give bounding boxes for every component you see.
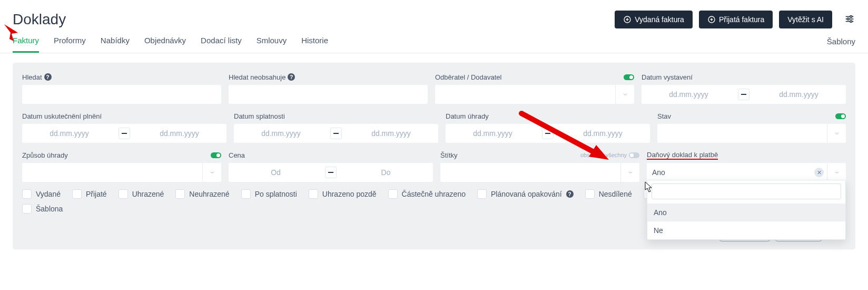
- check-label: Neuhrazené: [189, 190, 229, 198]
- svg-point-9: [847, 18, 849, 20]
- label-text: Daňový doklad k platbě: [647, 151, 718, 160]
- issue-date-range: [642, 85, 846, 104]
- help-icon[interactable]: ?: [44, 73, 52, 81]
- filter-row-2: Datum uskutečnění plnění Datum splatnost…: [22, 111, 846, 143]
- filter-hledat: Hledat?: [22, 72, 221, 104]
- label-text: Stav: [657, 112, 671, 120]
- search-input[interactable]: [22, 85, 221, 104]
- date-to-input[interactable]: [344, 124, 438, 143]
- chevron-down-icon: [615, 85, 634, 104]
- check-sablona[interactable]: Šablona: [22, 204, 63, 214]
- chevron-down-icon: [827, 163, 846, 182]
- button-label: Vydaná faktura: [635, 15, 684, 24]
- filter-datum-splatnosti: Datum splatnosti: [234, 111, 438, 143]
- dropdown-search-input[interactable]: [652, 183, 841, 199]
- filter-datum-uhrady: Datum úhrady: [446, 111, 650, 143]
- price-from-input[interactable]: [229, 163, 323, 182]
- check-castecne-uhrazeno[interactable]: Částečně uhrazeno: [388, 189, 466, 199]
- check-po-splatnosti[interactable]: Po splatnosti: [241, 189, 297, 199]
- label-text: Datum uskutečnění plnění: [22, 112, 102, 120]
- date-from-input[interactable]: [642, 85, 736, 104]
- label-text: Datum splatnosti: [234, 112, 285, 120]
- check-uhrazene[interactable]: Uhrazené: [119, 189, 164, 199]
- help-icon[interactable]: ?: [288, 73, 295, 81]
- check-planovana-opakovani[interactable]: Plánovaná opakování?: [477, 189, 574, 199]
- tax-document-select[interactable]: Ano ✕: [647, 163, 846, 182]
- due-date-range: [234, 124, 438, 143]
- label-text: Datum úhrady: [446, 112, 489, 120]
- filter-datum-vystaveni: Datum vystavení: [642, 72, 846, 104]
- check-uhrazeno-pozde[interactable]: Uhrazeno pozdě: [309, 189, 377, 199]
- tab-historie[interactable]: Historie: [301, 36, 328, 53]
- range-separator-icon: [325, 167, 337, 178]
- new-issued-invoice-button[interactable]: Vydaná faktura: [615, 11, 693, 28]
- range-separator-icon: [119, 128, 130, 139]
- label-text: Způsob úhrady: [22, 151, 68, 159]
- dropdown-option-ano[interactable]: Ano: [647, 204, 845, 221]
- taxable-date-range: [22, 124, 226, 143]
- label-text: Odběratel / Dodavatel: [435, 73, 501, 81]
- tab-faktury[interactable]: Faktury: [13, 36, 39, 53]
- check-prijate[interactable]: Přijaté: [72, 189, 107, 199]
- svg-point-7: [850, 15, 852, 17]
- status-select[interactable]: [657, 124, 846, 143]
- date-from-input[interactable]: [446, 124, 540, 143]
- clear-icon[interactable]: ✕: [814, 168, 824, 177]
- label-text: Cena: [229, 151, 245, 159]
- date-from-input[interactable]: [234, 124, 328, 143]
- toggle-icon[interactable]: [629, 152, 639, 158]
- page-header: Doklady Vydaná faktura Přijatá faktura V…: [0, 0, 868, 28]
- page-title: Doklady: [13, 11, 66, 28]
- filter-stav: Stav: [657, 111, 846, 143]
- price-to-input[interactable]: [339, 163, 433, 182]
- filter-danovy-doklad: Daňový doklad k platbě Ano ✕: [647, 150, 846, 182]
- check-label: Plánovaná opakování: [491, 190, 562, 198]
- range-separator-icon: [542, 128, 554, 139]
- filter-hledat-neobsahuje: Hledat neobsahuje?: [229, 72, 428, 104]
- tabs: Faktury Proformy Nabídky Objednávky Doda…: [13, 36, 328, 53]
- filter-panel: Hledat? Hledat neobsahuje? Odběratel / D…: [13, 63, 855, 249]
- date-from-input[interactable]: [22, 124, 116, 143]
- label-text: Hledat neobsahuje: [229, 73, 285, 81]
- ai-extract-button[interactable]: Vytěžit s AI: [779, 11, 832, 28]
- toggle-icon[interactable]: [835, 113, 846, 119]
- customer-select[interactable]: [435, 85, 634, 104]
- filter-stitky: Štítky obsahuje všechny: [440, 150, 639, 182]
- search-exclude-input[interactable]: [229, 85, 428, 104]
- chevron-down-icon: [827, 124, 846, 143]
- filter-cena: Cena: [229, 150, 433, 182]
- date-to-input[interactable]: [556, 124, 650, 143]
- paid-date-range: [446, 124, 650, 143]
- tabs-row: Faktury Proformy Nabídky Objednávky Doda…: [0, 28, 868, 53]
- check-vydane[interactable]: Vydané: [22, 189, 61, 199]
- help-icon[interactable]: ?: [566, 190, 574, 198]
- payment-method-select[interactable]: [22, 163, 221, 182]
- date-to-input[interactable]: [132, 124, 226, 143]
- dropdown-option-ne[interactable]: Ne: [647, 221, 845, 239]
- tab-nabidky[interactable]: Nabídky: [101, 36, 130, 53]
- check-nesdilene[interactable]: Nesdílené: [585, 189, 632, 199]
- tab-objednavky[interactable]: Objednávky: [144, 36, 186, 53]
- range-separator-icon: [738, 89, 749, 100]
- date-to-input[interactable]: [752, 85, 846, 104]
- check-label: Uhrazené: [132, 190, 164, 198]
- selected-value: Ano: [647, 168, 814, 177]
- chevron-down-icon: [202, 163, 221, 182]
- range-separator-icon: [330, 128, 342, 139]
- svg-point-11: [850, 20, 852, 22]
- tags-select[interactable]: [440, 163, 639, 182]
- settings-icon[interactable]: [844, 13, 855, 26]
- tab-proformy[interactable]: Proformy: [54, 36, 86, 53]
- tab-smlouvy[interactable]: Smlouvy: [257, 36, 287, 53]
- check-label: Uhrazeno pozdě: [322, 190, 377, 198]
- new-received-invoice-button[interactable]: Přijatá faktura: [699, 11, 773, 28]
- check-neuhrazene[interactable]: Neuhrazené: [175, 189, 229, 199]
- header-actions: Vydaná faktura Přijatá faktura Vytěžit s…: [615, 11, 855, 28]
- filter-row-1: Hledat? Hledat neobsahuje? Odběratel / D…: [22, 72, 846, 104]
- hint-text: obsahuje všechny: [580, 152, 627, 158]
- toggle-icon[interactable]: [624, 74, 634, 80]
- filter-row-3: Způsob úhrady Cena Štítky obsahuje všech…: [22, 150, 846, 182]
- tab-dodaci-listy[interactable]: Dodací listy: [201, 36, 242, 53]
- tab-sablony[interactable]: Šablony: [827, 37, 855, 52]
- toggle-icon[interactable]: [211, 152, 221, 158]
